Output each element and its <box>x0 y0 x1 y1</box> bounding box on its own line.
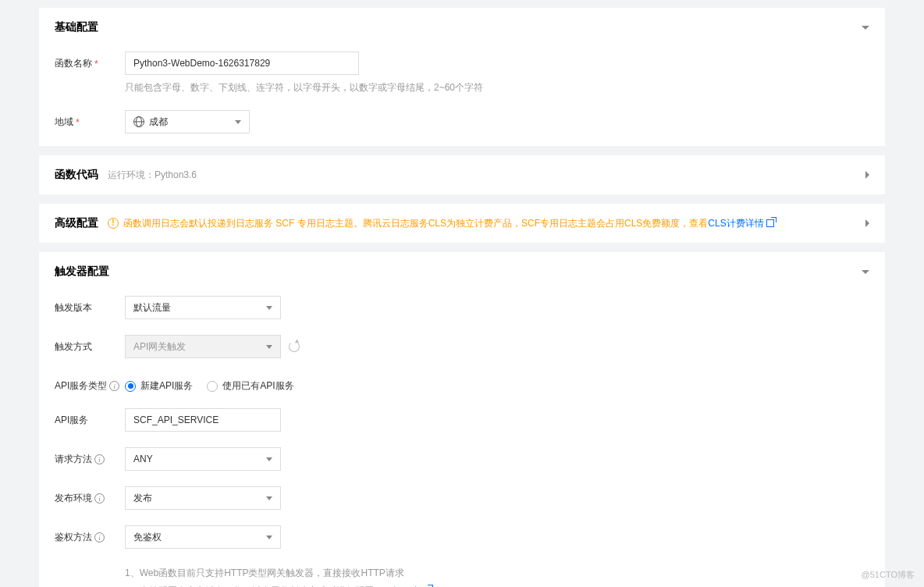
region-label: 地域* <box>55 110 125 129</box>
learn-more-link[interactable]: 了解更多 <box>383 582 431 587</box>
external-link-icon <box>766 219 774 227</box>
chevron-right-icon[interactable] <box>865 219 869 227</box>
warning-icon: ! <box>108 218 119 229</box>
chevron-down-icon <box>266 306 272 310</box>
info-icon[interactable]: i <box>94 493 105 503</box>
request-method-label: 请求方法 i <box>55 447 125 466</box>
globe-icon <box>133 116 144 127</box>
runtime-info: 运行环境：Python3.6 <box>108 169 197 182</box>
chevron-right-icon[interactable] <box>865 171 869 179</box>
trigger-method-select: API网关触发 <box>125 335 281 358</box>
chevron-down-icon[interactable] <box>862 26 869 30</box>
advanced-config-title: 高级配置 <box>55 216 98 230</box>
radio-icon <box>125 381 136 392</box>
trigger-version-label: 触发版本 <box>55 296 125 315</box>
function-code-panel: 函数代码 运行环境：Python3.6 <box>39 155 885 194</box>
advanced-warning: ! 函数调用日志会默认投递到日志服务 SCF 专用日志主题。腾讯云日志服务CLS… <box>108 217 774 230</box>
function-name-row: 函数名称* 只能包含字母、数字、下划线、连字符，以字母开头，以数字或字母结尾，2… <box>55 52 869 94</box>
cls-pricing-link[interactable]: CLS计费详情 <box>708 217 773 230</box>
trigger-method-label: 触发方式 <box>55 335 125 354</box>
info-icon[interactable]: i <box>94 454 105 464</box>
function-name-input[interactable] <box>125 52 359 75</box>
trigger-version-select[interactable]: 默认流量 <box>125 296 281 319</box>
trigger-config-panel: 触发器配置 触发版本 默认流量 触发方式 API网关触发 <box>39 252 885 587</box>
refresh-icon[interactable] <box>289 341 300 352</box>
region-select[interactable]: 成都 <box>125 110 250 133</box>
watermark: @51CTO博客 <box>862 569 915 581</box>
auth-method-label: 鉴权方法 i <box>55 525 125 544</box>
info-icon[interactable]: i <box>109 381 119 391</box>
basic-config-title: 基础配置 <box>55 20 98 34</box>
chevron-down-icon <box>235 120 241 124</box>
basic-config-header: 基础配置 <box>55 20 869 34</box>
trigger-notes: 1、Web函数目前只支持HTTP类型网关触发器，直接接收HTTP请求 2、支持配… <box>125 564 869 587</box>
function-name-help: 只能包含字母、数字、下划线、连字符，以字母开头，以数字或字母结尾，2~60个字符 <box>125 81 869 94</box>
basic-config-panel: 基础配置 函数名称* 只能包含字母、数字、下划线、连字符，以字母开头，以数字或字… <box>39 8 885 146</box>
region-row: 地域* 成都 <box>55 110 869 133</box>
chevron-down-icon <box>266 345 272 349</box>
publish-env-label: 发布环境 i <box>55 486 125 505</box>
info-icon[interactable]: i <box>94 532 105 543</box>
trigger-config-title: 触发器配置 <box>55 265 109 279</box>
publish-env-select[interactable]: 发布 <box>125 486 281 510</box>
api-service-type-label: API服务类型 i <box>55 374 125 393</box>
radio-icon <box>207 381 218 392</box>
radio-create-api[interactable]: 新建API服务 <box>125 379 193 393</box>
advanced-config-panel: 高级配置 ! 函数调用日志会默认投递到日志服务 SCF 专用日志主题。腾讯云日志… <box>39 204 885 243</box>
radio-existing-api[interactable]: 使用已有API服务 <box>207 379 293 393</box>
function-code-title: 函数代码 <box>55 168 98 182</box>
request-method-select[interactable]: ANY <box>125 447 281 471</box>
chevron-down-icon <box>266 496 272 500</box>
api-service-input[interactable] <box>125 408 281 432</box>
auth-method-select[interactable]: 免鉴权 <box>125 525 281 549</box>
chevron-down-icon <box>266 535 272 539</box>
api-service-label: API服务 <box>55 408 125 427</box>
chevron-down-icon <box>266 457 272 461</box>
chevron-down-icon[interactable] <box>862 270 869 274</box>
function-name-label: 函数名称* <box>55 52 125 70</box>
